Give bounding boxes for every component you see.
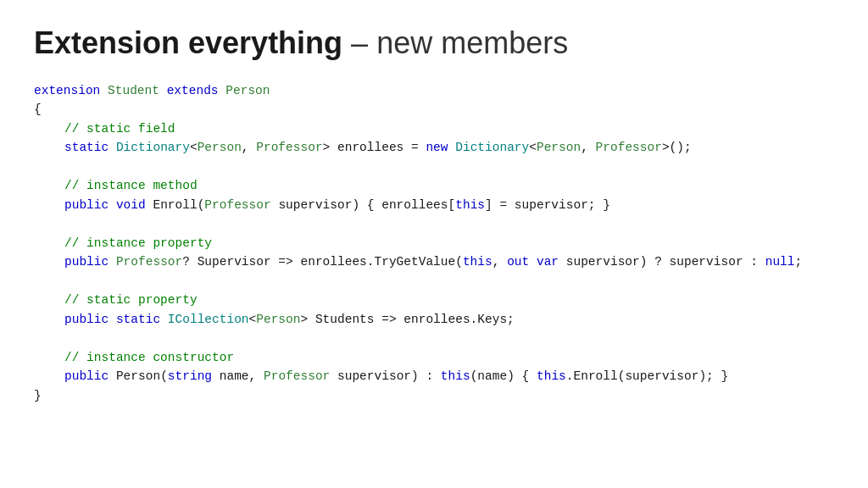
code-line-blank2	[34, 214, 834, 233]
code-line-blank1	[34, 158, 834, 176]
code-line-blank3	[34, 272, 834, 291]
code-line-6: public void Enroll(Professor supervisor)…	[34, 196, 834, 214]
code-line-8: public Professor? Supervisor => enrollee…	[34, 252, 834, 271]
code-line-10: public static ICollection<Person> Studen…	[34, 310, 834, 329]
code-block: extension Student extends Person { // st…	[34, 81, 834, 405]
code-line-12: public Person(string name, Professor sup…	[34, 367, 834, 385]
code-line-5: // instance method	[34, 176, 834, 195]
title-normal: – new members	[342, 25, 568, 60]
code-line-13: }	[34, 386, 834, 405]
code-line-1: extension Student extends Person	[34, 81, 834, 100]
slide: Extension everything – new members exten…	[0, 0, 868, 488]
code-line-11: // instance constructor	[34, 348, 834, 367]
code-line-3: // static field	[34, 119, 834, 138]
code-line-blank4	[34, 329, 834, 347]
code-line-2: {	[34, 100, 834, 119]
code-line-4: static Dictionary<Person, Professor> enr…	[34, 138, 834, 157]
code-line-9: // static property	[34, 291, 834, 309]
slide-title: Extension everything – new members	[34, 25, 834, 61]
title-bold: Extension everything	[34, 25, 342, 60]
code-line-7: // instance property	[34, 234, 834, 252]
